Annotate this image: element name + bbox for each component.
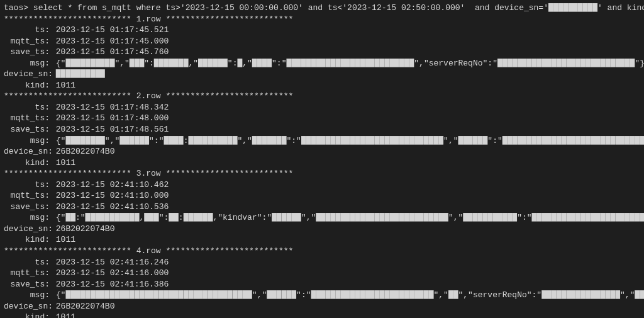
field-ts: ts: 2023-12-15 01:17:45.521 xyxy=(4,25,640,36)
row-divider: ************************** 2.row *******… xyxy=(4,91,640,102)
prompt: taos> xyxy=(4,3,28,13)
field-kind: kind: 1011 xyxy=(4,312,640,318)
field-save-ts: save_ts: 2023-12-15 02:41:10.536 xyxy=(4,202,640,213)
terminal-output[interactable]: taos> select * from s_mqtt where ts>'202… xyxy=(4,3,640,318)
sql-query: select * from s_mqtt where ts>'2023-12-1… xyxy=(33,3,644,13)
result-row-3: ************************** 3.row *******… xyxy=(4,168,640,246)
field-ts: ts: 2023-12-15 01:17:48.342 xyxy=(4,102,640,113)
field-mqtt-ts: mqtt_ts: 2023-12-15 01:17:45.000 xyxy=(4,36,640,47)
field-device-sn: device_sn: 26B2022074B0 xyxy=(4,146,640,157)
result-row-2: ************************** 2.row *******… xyxy=(4,91,640,168)
query-prompt-line: taos> select * from s_mqtt where ts>'202… xyxy=(4,3,640,14)
field-kind: kind: 1011 xyxy=(4,157,640,169)
field-save-ts: save_ts: 2023-12-15 01:17:48.561 xyxy=(4,124,640,135)
field-mqtt-ts: mqtt_ts: 2023-12-15 01:17:48.000 xyxy=(4,113,640,124)
field-kind: kind: 1011 xyxy=(4,80,640,91)
result-row-1: ************************** 1.row *******… xyxy=(4,14,640,91)
row-divider: ************************** 3.row *******… xyxy=(4,168,640,179)
field-device-sn: device_sn: ██████████ xyxy=(4,69,640,80)
field-save-ts: save_ts: 2023-12-15 02:41:16.386 xyxy=(4,279,640,290)
field-save-ts: save_ts: 2023-12-15 01:17:45.760 xyxy=(4,47,640,58)
field-ts: ts: 2023-12-15 02:41:10.462 xyxy=(4,179,640,191)
field-msg: msg: {"████████","██████":"████:████████… xyxy=(4,135,640,147)
field-msg: msg: {"█████████████████████████████████… xyxy=(4,290,640,301)
field-ts: ts: 2023-12-15 02:41:16.246 xyxy=(4,257,640,268)
row-divider: ************************** 4.row *******… xyxy=(4,246,640,257)
field-device-sn: device_sn: 26B2022074B0 xyxy=(4,224,640,235)
result-row-4: ************************** 4.row *******… xyxy=(4,246,640,318)
field-mqtt-ts: mqtt_ts: 2023-12-15 02:41:16.000 xyxy=(4,268,640,279)
field-device-sn: device_sn: 26B2022074B0 xyxy=(4,301,640,312)
field-msg: msg: {"██:"███████████,███":██:██████,"k… xyxy=(4,212,640,224)
field-kind: kind: 1011 xyxy=(4,234,640,246)
field-msg: msg: {"██████████","███":███████,"██████… xyxy=(4,58,640,69)
field-mqtt-ts: mqtt_ts: 2023-12-15 02:41:10.000 xyxy=(4,190,640,202)
row-divider: ************************** 1.row *******… xyxy=(4,14,640,25)
